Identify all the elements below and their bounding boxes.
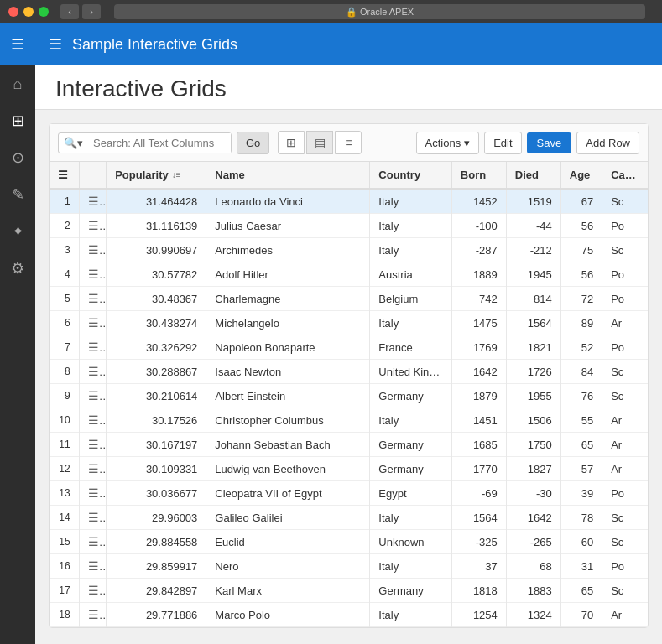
url-bar[interactable]: 🔒 Oracle APEX	[114, 4, 645, 19]
table-row[interactable]: 16 ☰ 29.859917 Nero Italy 37 68 31 Po	[50, 554, 648, 579]
cell-name[interactable]: Galileo Galilei	[206, 506, 370, 530]
table-row[interactable]: 15 ☰ 29.884558 Euclid Unknown -325 -265 …	[50, 530, 648, 554]
row-menu-cell[interactable]: ☰	[79, 579, 106, 603]
sidebar-item-navigate[interactable]: ⊙	[0, 139, 35, 176]
detail-view-button[interactable]: ≡	[335, 131, 362, 154]
cell-name[interactable]: Karl Marx	[206, 579, 370, 603]
sort-desc-icon[interactable]: ↓≡	[172, 170, 181, 179]
save-button[interactable]: Save	[527, 132, 572, 153]
row-menu-cell[interactable]: ☰	[79, 287, 106, 311]
cell-name[interactable]: Albert Einstein	[206, 384, 370, 408]
table-row[interactable]: 13 ☰ 30.036677 Cleopatra VII of Egypt Eg…	[50, 481, 648, 506]
forward-button[interactable]: ›	[82, 4, 101, 19]
row-menu-cell[interactable]: ☰	[79, 506, 106, 530]
row-hamburger-icon[interactable]: ☰	[88, 243, 107, 257]
row-hamburger-icon[interactable]: ☰	[88, 219, 107, 232]
cell-name[interactable]: Christopher Columbus	[206, 408, 370, 433]
row-hamburger-icon[interactable]: ☰	[88, 559, 107, 573]
row-menu-cell[interactable]: ☰	[79, 408, 106, 433]
row-hamburger-icon[interactable]: ☰	[88, 267, 107, 281]
search-input[interactable]	[88, 133, 231, 153]
add-row-button[interactable]: Add Row	[576, 132, 639, 154]
table-row[interactable]: 11 ☰ 30.167197 Johann Sebastian Bach Ger…	[50, 433, 648, 457]
row-menu-cell[interactable]: ☰	[79, 603, 106, 627]
row-menu-cell[interactable]: ☰	[79, 384, 106, 408]
row-hamburger-icon[interactable]: ☰	[88, 608, 107, 621]
table-row[interactable]: 5 ☰ 30.48367 Charlemagne Belgium 742 814…	[50, 287, 648, 311]
cell-born: 1564	[451, 506, 506, 530]
row-menu-cell[interactable]: ☰	[79, 214, 106, 238]
cell-name[interactable]: Cleopatra VII of Egypt	[206, 481, 370, 506]
header-menu-icon[interactable]: ☰	[58, 169, 68, 181]
cell-name[interactable]: Isaac Newton	[206, 360, 370, 384]
cell-name[interactable]: Leonardo da Vinci	[206, 189, 370, 214]
table-row[interactable]: 12 ☰ 30.109331 Ludwig van Beethoven Germ…	[50, 457, 648, 481]
minimize-dot[interactable]	[23, 7, 34, 17]
topbar-hamburger-icon[interactable]: ☰	[49, 35, 62, 54]
cell-name[interactable]: Charlemagne	[206, 287, 370, 311]
row-menu-cell[interactable]: ☰	[79, 189, 106, 214]
sidebar-item-home[interactable]: ⌂	[0, 65, 35, 102]
table-row[interactable]: 10 ☰ 30.17526 Christopher Columbus Italy…	[50, 408, 648, 433]
sidebar-item-grid[interactable]: ⊞	[0, 102, 35, 139]
row-menu-cell[interactable]: ☰	[79, 433, 106, 457]
cell-name[interactable]: Napoleon Bonaparte	[206, 335, 370, 360]
cell-name[interactable]: Nero	[206, 554, 370, 579]
row-menu-cell[interactable]: ☰	[79, 530, 106, 554]
table-row[interactable]: 8 ☰ 30.288867 Isaac Newton United Kin… 1…	[50, 360, 648, 384]
row-hamburger-icon[interactable]: ☰	[88, 438, 107, 451]
actions-button[interactable]: Actions ▾	[416, 132, 480, 154]
search-icon-button[interactable]: 🔍▾	[59, 133, 88, 153]
edit-button[interactable]: Edit	[484, 132, 521, 154]
cell-name[interactable]: Ludwig van Beethoven	[206, 457, 370, 481]
table-row[interactable]: 17 ☰ 29.842897 Karl Marx Germany 1818 18…	[50, 579, 648, 603]
row-hamburger-icon[interactable]: ☰	[88, 340, 107, 354]
row-menu-cell[interactable]: ☰	[79, 554, 106, 579]
row-hamburger-icon[interactable]: ☰	[88, 584, 107, 597]
table-row[interactable]: 7 ☰ 30.326292 Napoleon Bonaparte France …	[50, 335, 648, 360]
row-hamburger-icon[interactable]: ☰	[88, 195, 107, 208]
table-row[interactable]: 14 ☰ 29.96003 Galileo Galilei Italy 1564…	[50, 506, 648, 530]
cell-name[interactable]: Archimedes	[206, 238, 370, 262]
row-hamburger-icon[interactable]: ☰	[88, 535, 107, 548]
cell-name[interactable]: Julius Caesar	[206, 214, 370, 238]
row-hamburger-icon[interactable]: ☰	[88, 413, 107, 427]
row-menu-cell[interactable]: ☰	[79, 457, 106, 481]
table-row[interactable]: 4 ☰ 30.57782 Adolf Hitler Austria 1889 1…	[50, 262, 648, 287]
row-hamburger-icon[interactable]: ☰	[88, 486, 107, 500]
row-menu-cell[interactable]: ☰	[79, 360, 106, 384]
row-hamburger-icon[interactable]: ☰	[88, 365, 107, 378]
sidebar-item-edit[interactable]: ✎	[0, 176, 35, 213]
table-row[interactable]: 1 ☰ 31.464428 Leonardo da Vinci Italy 14…	[50, 189, 648, 214]
row-menu-cell[interactable]: ☰	[79, 238, 106, 262]
row-hamburger-icon[interactable]: ☰	[88, 389, 107, 402]
go-button[interactable]: Go	[237, 132, 269, 154]
row-hamburger-icon[interactable]: ☰	[88, 462, 107, 475]
row-hamburger-icon[interactable]: ☰	[88, 292, 107, 305]
cell-name[interactable]: Marco Polo	[206, 603, 370, 627]
row-hamburger-icon[interactable]: ☰	[88, 511, 107, 524]
table-view-button[interactable]: ▤	[306, 131, 333, 154]
row-menu-cell[interactable]: ☰	[79, 311, 106, 335]
row-number: 5	[50, 287, 79, 311]
sidebar-hamburger-icon[interactable]: ☰	[11, 35, 24, 54]
cell-name[interactable]: Johann Sebastian Bach	[206, 433, 370, 457]
table-row[interactable]: 3 ☰ 30.990697 Archimedes Italy -287 -212…	[50, 238, 648, 262]
sidebar-item-settings[interactable]: ⚙	[0, 250, 35, 287]
table-row[interactable]: 6 ☰ 30.438274 Michelangelo Italy 1475 15…	[50, 311, 648, 335]
maximize-dot[interactable]	[39, 7, 49, 17]
table-row[interactable]: 18 ☰ 29.771886 Marco Polo Italy 1254 132…	[50, 603, 648, 627]
cell-name[interactable]: Michelangelo	[206, 311, 370, 335]
back-button[interactable]: ‹	[60, 4, 79, 19]
table-row[interactable]: 9 ☰ 30.210614 Albert Einstein Germany 18…	[50, 384, 648, 408]
cell-name[interactable]: Euclid	[206, 530, 370, 554]
row-menu-cell[interactable]: ☰	[79, 262, 106, 287]
card-view-button[interactable]: ⊞	[278, 131, 305, 154]
table-row[interactable]: 2 ☰ 31.116139 Julius Caesar Italy -100 -…	[50, 214, 648, 238]
row-hamburger-icon[interactable]: ☰	[88, 316, 107, 330]
row-menu-cell[interactable]: ☰	[79, 335, 106, 360]
close-dot[interactable]	[8, 7, 18, 17]
row-menu-cell[interactable]: ☰	[79, 481, 106, 506]
cell-name[interactable]: Adolf Hitler	[206, 262, 370, 287]
sidebar-item-launch[interactable]: ✦	[0, 213, 35, 250]
